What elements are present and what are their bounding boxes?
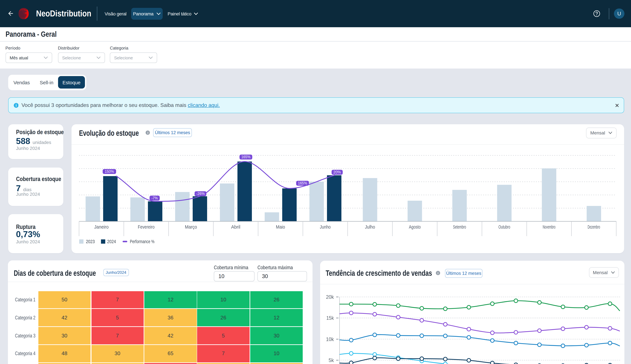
svg-text:Maio: Maio: [276, 224, 285, 230]
svg-text:20%: 20%: [333, 170, 341, 174]
svg-text:Julho: Julho: [365, 224, 375, 230]
svg-text:Janeiro: Janeiro: [94, 224, 108, 230]
svg-text:Abril: Abril: [231, 224, 240, 230]
svg-text:Março: Março: [185, 224, 197, 230]
svg-text:2024: 2024: [107, 238, 116, 244]
svg-text:165%: 165%: [241, 154, 250, 159]
svg-text:Performance %: Performance %: [130, 238, 154, 244]
svg-text:2023: 2023: [86, 238, 95, 244]
svg-text:Dezembro: Dezembro: [588, 224, 600, 230]
svg-text:Junho: Junho: [320, 224, 331, 230]
svg-text:Agosto: Agosto: [409, 224, 421, 230]
svg-text:15k: 15k: [326, 315, 334, 321]
svg-text:Novembro: Novembro: [542, 224, 556, 230]
svg-text:20k: 20k: [326, 294, 334, 300]
svg-text:10k: 10k: [326, 336, 334, 342]
svg-text:Setembro: Setembro: [453, 224, 466, 230]
svg-text:-7%: -7%: [152, 196, 158, 200]
svg-text:5k: 5k: [329, 357, 334, 363]
svg-text:165%: 165%: [298, 181, 307, 185]
svg-text:Fevereiro: Fevereiro: [138, 224, 155, 230]
svg-text:150%: 150%: [105, 169, 114, 174]
svg-text:Outubro: Outubro: [498, 224, 510, 230]
svg-text:-26%: -26%: [196, 191, 205, 196]
